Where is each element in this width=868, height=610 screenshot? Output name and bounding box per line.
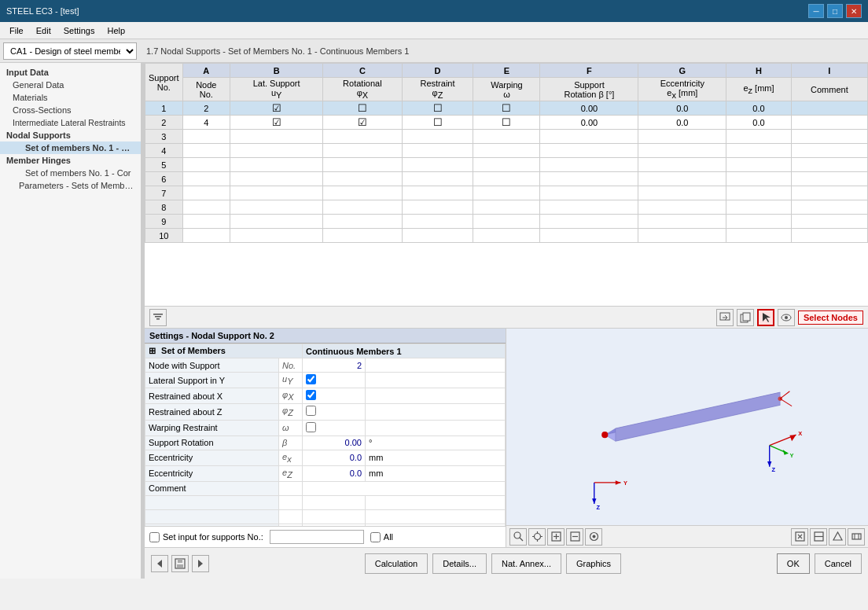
minimize-button[interactable]: ─ bbox=[808, 4, 824, 18]
setting-val-node[interactable]: 2 bbox=[303, 358, 366, 373]
copy-icon-btn[interactable] bbox=[737, 309, 754, 326]
table-row[interactable]: 2 4 ☑ ☑ ☐ ☐ 0.00 0.0 0.0 bbox=[145, 116, 868, 130]
setting-val-rotx[interactable] bbox=[303, 388, 366, 404]
checkbox-warping[interactable] bbox=[306, 422, 316, 432]
rot-x-1[interactable]: ☐ bbox=[323, 101, 402, 116]
sidebar-item-member-hinges[interactable]: Member Hinges bbox=[0, 154, 141, 167]
setting-val-lat[interactable] bbox=[303, 373, 366, 388]
ez-1[interactable]: 0.0 bbox=[726, 101, 791, 116]
checkbox-rotz[interactable] bbox=[306, 406, 316, 416]
sidebar-item-general[interactable]: General Data bbox=[0, 79, 141, 91]
table-row[interactable]: 3 bbox=[145, 130, 868, 144]
checkbox-lat[interactable] bbox=[306, 374, 316, 384]
spreadsheet-scroll[interactable]: SupportNo. A B C D E F G H I NodeN bbox=[145, 63, 868, 306]
table-row[interactable]: 6 bbox=[145, 172, 868, 186]
col-I: I bbox=[791, 64, 867, 78]
view-btn-5[interactable] bbox=[585, 528, 602, 546]
view-btn-2[interactable] bbox=[528, 528, 546, 546]
warping-2[interactable]: ☐ bbox=[473, 116, 540, 130]
close-button[interactable]: ✕ bbox=[846, 4, 862, 18]
table-row[interactable]: 7 bbox=[145, 186, 868, 200]
cancel-button[interactable]: Cancel bbox=[815, 553, 862, 574]
table-row[interactable]: 10 bbox=[145, 229, 868, 243]
menu-edit[interactable]: Edit bbox=[30, 24, 57, 37]
sidebar-item-lateral-restraints[interactable]: Intermediate Lateral Restraints bbox=[0, 116, 141, 129]
ok-button[interactable]: OK bbox=[777, 553, 810, 574]
sidebar-item-nodal-set1[interactable]: Set of members No. 1 - Cor bbox=[0, 141, 141, 154]
rot-z-1[interactable]: ☐ bbox=[402, 101, 473, 116]
cursor-icon-btn[interactable] bbox=[757, 309, 774, 326]
col-A: A bbox=[182, 64, 230, 78]
table-row[interactable]: 9 bbox=[145, 215, 868, 229]
table-row[interactable]: 5 bbox=[145, 158, 868, 172]
setting-val-warping[interactable] bbox=[303, 420, 366, 435]
viewer-extra-btn-1[interactable] bbox=[791, 528, 808, 546]
sidebar-item-hinges-set1[interactable]: Set of members No. 1 - Cor bbox=[0, 167, 141, 179]
view-btn-4[interactable] bbox=[566, 528, 583, 546]
set-input-checkbox[interactable] bbox=[149, 532, 160, 542]
table-row[interactable]: 4 bbox=[145, 144, 868, 158]
setting-val-rotz[interactable] bbox=[303, 404, 366, 420]
settings-row-rotation: Support Rotation β 0.00 ° bbox=[145, 435, 506, 450]
setting-val-comment[interactable] bbox=[303, 481, 506, 495]
sidebar-item-materials[interactable]: Materials bbox=[0, 91, 141, 104]
rot-z-2[interactable]: ☐ bbox=[402, 116, 473, 130]
filter-icon-btn[interactable] bbox=[149, 309, 167, 326]
setting-val-rotation[interactable]: 0.00 bbox=[303, 435, 366, 450]
set-input-checkbox-label[interactable]: Set input for supports No.: bbox=[149, 532, 263, 542]
viewer-extra-btn-3[interactable] bbox=[829, 528, 846, 546]
rot-x-2[interactable]: ☑ bbox=[323, 116, 402, 130]
menu-help[interactable]: Help bbox=[101, 24, 131, 37]
calculation-button[interactable]: Calculation bbox=[365, 553, 428, 574]
maximize-button[interactable]: □ bbox=[827, 4, 843, 18]
supports-no-input[interactable] bbox=[270, 530, 364, 544]
main-layout: Input Data General Data Materials Cross-… bbox=[0, 63, 868, 579]
setting-val-ex[interactable]: 0.0 bbox=[303, 450, 366, 465]
viewer-extra-btn-2[interactable] bbox=[810, 528, 827, 546]
viewer-canvas[interactable]: Z Y X bbox=[506, 329, 868, 525]
comment-2[interactable] bbox=[791, 116, 867, 130]
all-checkbox-label[interactable]: All bbox=[370, 532, 393, 542]
all-checkbox[interactable] bbox=[370, 532, 381, 542]
save-btn[interactable] bbox=[171, 555, 189, 572]
lat-support-2[interactable]: ☑ bbox=[230, 116, 323, 130]
setting-unit-ez: mm bbox=[366, 465, 506, 481]
col-header-support-rot: SupportRotation β [°] bbox=[540, 78, 638, 101]
node-val-1[interactable]: 2 bbox=[182, 101, 230, 116]
nav-prev-btn[interactable] bbox=[151, 555, 168, 572]
view-btn-1[interactable] bbox=[509, 528, 527, 546]
menu-file[interactable]: File bbox=[3, 24, 30, 37]
case-dropdown[interactable]: CA1 - Design of steel members bbox=[3, 42, 137, 60]
table-row[interactable]: 8 bbox=[145, 200, 868, 215]
view-btn-3[interactable] bbox=[547, 528, 565, 546]
checkbox-rotx[interactable] bbox=[306, 390, 316, 400]
comment-1[interactable] bbox=[791, 101, 867, 116]
nat-annex-button[interactable]: Nat. Annex... bbox=[491, 553, 561, 574]
ez-2[interactable]: 0.0 bbox=[726, 116, 791, 130]
setting-unit-ex: mm bbox=[366, 450, 506, 465]
export-icon-btn[interactable] bbox=[716, 309, 734, 326]
menu-settings[interactable]: Settings bbox=[57, 24, 101, 37]
support-rot-1[interactable]: 0.00 bbox=[540, 101, 638, 116]
setting-label-ex: Eccentricity bbox=[145, 450, 279, 465]
settings-row-node: Node with Support No. 2 bbox=[145, 358, 506, 373]
svg-line-34 bbox=[520, 538, 523, 541]
nav-next-btn[interactable] bbox=[192, 555, 209, 572]
eye-icon-btn[interactable] bbox=[778, 309, 795, 326]
details-button[interactable]: Details... bbox=[432, 553, 487, 574]
sidebar-item-cross-sections[interactable]: Cross-Sections bbox=[0, 104, 141, 116]
node-val-2[interactable]: 4 bbox=[182, 116, 230, 130]
sidebar-item-parameters[interactable]: Parameters - Sets of Members bbox=[0, 179, 141, 192]
table-row[interactable]: 1 2 ☑ ☐ ☐ ☐ 0.00 0.0 0.0 bbox=[145, 101, 868, 116]
viewer-extra-btn-4[interactable] bbox=[848, 528, 865, 546]
setting-sym-node: No. bbox=[279, 358, 303, 373]
svg-rect-6 bbox=[743, 313, 750, 321]
lat-support-1[interactable]: ☑ bbox=[230, 101, 323, 116]
ex-1[interactable]: 0.0 bbox=[638, 101, 726, 116]
graphics-button[interactable]: Graphics bbox=[566, 553, 621, 574]
sidebar-item-nodal-supports[interactable]: Nodal Supports bbox=[0, 129, 141, 141]
setting-val-ez[interactable]: 0.0 bbox=[303, 465, 366, 481]
support-rot-2[interactable]: 0.00 bbox=[540, 116, 638, 130]
warping-1[interactable]: ☐ bbox=[473, 101, 540, 116]
ex-2[interactable]: 0.0 bbox=[638, 116, 726, 130]
